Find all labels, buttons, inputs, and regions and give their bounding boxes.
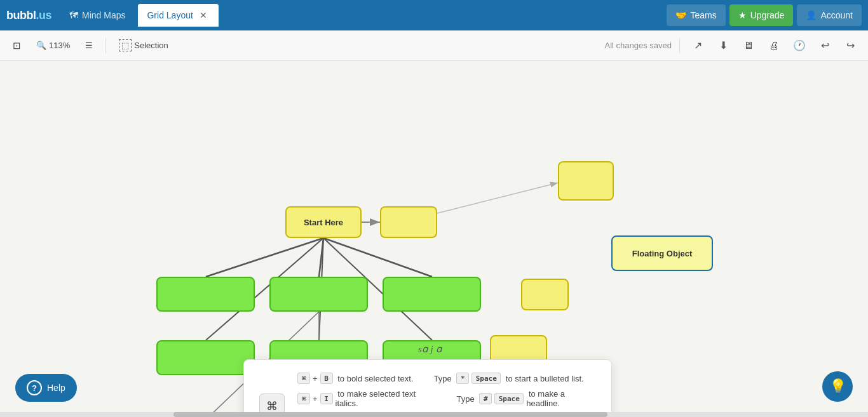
help-icon: ? xyxy=(27,380,42,395)
node-label-start-here: Start Here xyxy=(304,218,343,227)
lightbulb-button[interactable]: 💡 xyxy=(822,371,853,402)
kbd-cmd-2: ⌘ xyxy=(297,393,310,404)
kbd-hash: # xyxy=(479,393,492,404)
type-2: Type xyxy=(456,394,477,404)
kbd-b: B xyxy=(320,373,333,384)
tab-close-button[interactable]: ✕ xyxy=(197,10,210,21)
share-button[interactable]: ↗ xyxy=(688,36,708,56)
svg-line-3 xyxy=(437,183,558,213)
print-button[interactable]: 🖨 xyxy=(764,36,784,56)
map-icon: 🗺 xyxy=(69,10,78,20)
zoom-control[interactable]: 🔍 113% xyxy=(31,38,75,53)
node-start-here[interactable]: Start Here xyxy=(285,206,362,238)
logo-text: bubbl.us xyxy=(6,9,51,22)
menu-button[interactable]: ☰ xyxy=(80,37,98,53)
teams-button[interactable]: 🤝 Teams xyxy=(667,4,725,26)
tip-italic: ⌘ + I to make selected text italics. xyxy=(297,389,436,408)
menu-icon: ☰ xyxy=(85,41,93,50)
save-status: All changes saved xyxy=(604,41,672,50)
tab-mind-maps[interactable]: 🗺 Mind Maps xyxy=(60,4,134,27)
node-top-right[interactable] xyxy=(558,161,614,201)
toolbar-divider-1 xyxy=(105,38,106,53)
horizontal-scrollbar[interactable] xyxy=(0,412,868,417)
help-button[interactable]: ? Help xyxy=(15,374,77,402)
selection-button[interactable]: ⬚ Selection xyxy=(114,36,173,55)
display-button[interactable]: 🖥 xyxy=(738,36,759,56)
upgrade-button[interactable]: ★ Upgrade xyxy=(729,4,794,26)
tooltip-box: ⌘ ⌘ + B to bold selected text. Type * Sp… xyxy=(243,359,612,417)
zoom-icon: 🔍 xyxy=(36,41,46,50)
tip-bullet-text: to start a bulleted list. xyxy=(503,374,583,383)
tip-headline-text: to make a headline. xyxy=(526,389,596,408)
print-icon: 🖨 xyxy=(769,40,779,51)
lightbulb-icon: 💡 xyxy=(829,378,846,395)
account-button[interactable]: 👤 Account xyxy=(797,4,862,26)
tip-italic-text: to make selected text italics. xyxy=(336,389,437,408)
star-icon: ★ xyxy=(738,10,747,20)
toolbar: ⊡ 🔍 113% ☰ ⬚ Selection All changes saved… xyxy=(0,30,868,61)
undo-icon: ↩ xyxy=(821,39,829,51)
toolbar-divider-2 xyxy=(679,38,680,53)
history-icon: 🕐 xyxy=(793,39,806,51)
download-button[interactable]: ⬇ xyxy=(713,36,733,56)
kbd-star: * xyxy=(456,373,469,384)
zoom-level: 113% xyxy=(49,41,70,50)
svg-line-5 xyxy=(319,238,323,277)
kbd-cmd-1: ⌘ xyxy=(297,373,310,384)
logo[interactable]: bubbl.us xyxy=(6,9,51,22)
selection-icon: ⬚ xyxy=(119,39,132,51)
node-child-top[interactable] xyxy=(380,206,437,238)
tooltip-content: ⌘ + B to bold selected text. Type * Spac… xyxy=(297,373,596,417)
selection-label: Selection xyxy=(134,41,168,50)
tooltip-row-1: ⌘ + B to bold selected text. Type * Spac… xyxy=(297,373,596,384)
tab-mind-maps-label: Mind Maps xyxy=(82,10,125,20)
teams-icon: 🤝 xyxy=(675,10,686,20)
plus-2: + xyxy=(313,394,318,404)
canvas-italic-text: sɑ j ɑ xyxy=(418,343,442,355)
upgrade-label: Upgrade xyxy=(750,10,785,20)
fit-view-button[interactable]: ⊡ xyxy=(8,37,26,55)
fit-icon: ⊡ xyxy=(13,40,21,51)
undo-button[interactable]: ↩ xyxy=(815,36,835,56)
help-label: Help xyxy=(47,383,65,393)
kbd-i: I xyxy=(320,393,333,404)
plus-1: + xyxy=(313,374,318,383)
teams-label: Teams xyxy=(690,10,716,20)
share-icon: ↗ xyxy=(694,39,702,51)
svg-line-6 xyxy=(323,238,432,277)
type-1: Type xyxy=(433,374,454,383)
top-nav: bubbl.us 🗺 Mind Maps Grid Layout ✕ 🤝 Tea… xyxy=(0,0,868,30)
user-icon: 👤 xyxy=(806,10,817,20)
node-green-left[interactable] xyxy=(156,277,255,312)
history-button[interactable]: 🕐 xyxy=(789,36,810,56)
kbd-space-2: Space xyxy=(494,393,524,404)
node-floating-object[interactable]: Floating Object xyxy=(611,235,713,271)
node-green-bot-left[interactable] xyxy=(156,340,255,375)
tooltip-row-2: ⌘ + I to make selected text italics. Typ… xyxy=(297,389,596,408)
svg-line-4 xyxy=(206,238,323,277)
node-green-right[interactable] xyxy=(383,277,481,312)
tip-bold: ⌘ + B to bold selected text. xyxy=(297,373,413,384)
tab-grid-layout-label: Grid Layout xyxy=(147,10,193,20)
scrollbar-thumb[interactable] xyxy=(173,412,607,417)
redo-icon: ↪ xyxy=(846,39,855,51)
tab-grid-layout[interactable]: Grid Layout ✕ xyxy=(138,4,218,27)
download-icon: ⬇ xyxy=(719,39,728,51)
tip-headline: Type # Space to make a headline. xyxy=(456,389,596,408)
tip-bold-text: to bold selected text. xyxy=(336,374,414,383)
display-icon: 🖥 xyxy=(743,40,754,51)
tip-bullet: Type * Space to start a bulleted list. xyxy=(433,373,583,384)
redo-button[interactable]: ↪ xyxy=(840,36,860,56)
node-right-small-1[interactable] xyxy=(521,279,569,310)
node-label-floating-object: Floating Object xyxy=(632,249,693,258)
kbd-space-1: Space xyxy=(471,373,501,384)
account-label: Account xyxy=(820,10,853,20)
node-green-center[interactable] xyxy=(269,277,368,312)
canvas[interactable]: Start HereFloating Object sɑ j ɑ ⌘ ⌘ + B… xyxy=(0,61,868,417)
